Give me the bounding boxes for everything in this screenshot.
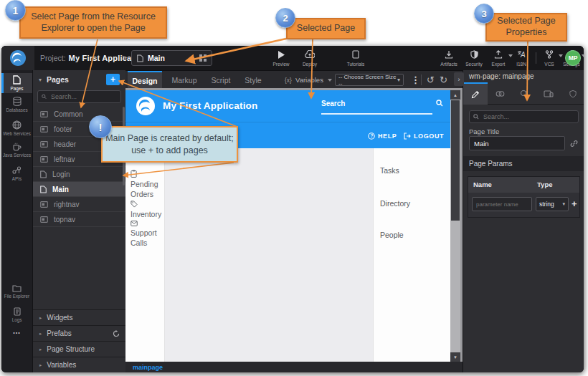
topbar-separator	[536, 52, 536, 64]
collapse-panel-button[interactable]: ›	[454, 72, 464, 86]
param-type-select[interactable]: string ▾	[536, 197, 569, 211]
accordion-variables[interactable]: ▸ Variables	[33, 357, 125, 372]
tutorials-button[interactable]: Tutorials	[341, 48, 371, 68]
wavemaker-logo[interactable]	[1, 46, 34, 70]
tab-properties[interactable]	[463, 82, 488, 105]
logout-link[interactable]: LOGOUT	[404, 122, 444, 149]
screen-size-caret-icon: ▾	[397, 77, 400, 83]
tab-markup[interactable]: Markup	[167, 71, 201, 89]
tab-style[interactable]: Style	[239, 71, 267, 89]
screen-size-select[interactable]: -- Choose Screen Size -- ▾	[335, 74, 404, 86]
menu-item-support-calls[interactable]: Support Calls	[131, 218, 162, 248]
scrollbar-thumb[interactable]	[451, 100, 460, 221]
properties-panel: wm-page: mainpage	[463, 70, 584, 372]
clipboard-icon	[131, 170, 137, 178]
rail-item-apis[interactable]: APIs	[1, 163, 32, 183]
tutorials-label: Tutorials	[347, 62, 365, 67]
open-page-tab[interactable]: Main	[131, 50, 212, 66]
rail-item-logs[interactable]: Logs	[1, 304, 32, 324]
tab-design[interactable]: Design	[128, 71, 162, 89]
status-tab-mainpage[interactable]: mainpage	[133, 364, 163, 371]
accordion-page-structure[interactable]: ▸ Page Structure	[33, 341, 125, 357]
properties-search[interactable]	[469, 110, 579, 123]
step-badge-2: 2	[275, 8, 295, 28]
i18n-button[interactable]: A I18N	[509, 48, 534, 68]
page-item-rightnav[interactable]: rightnav	[33, 197, 125, 212]
page-item-topnav[interactable]: topnav	[33, 212, 125, 227]
properties-tabs	[463, 82, 584, 105]
expand-icon: ▸	[39, 315, 42, 321]
refresh-icon[interactable]	[113, 330, 120, 337]
rail-item-file-explorer[interactable]: File Explorer	[1, 279, 32, 304]
rail-item-pages[interactable]: Pages	[1, 73, 32, 93]
menu-item-tasks[interactable]: Tasks	[380, 166, 399, 175]
deploy-button[interactable]: Deploy	[295, 48, 325, 68]
page-title-input[interactable]	[469, 136, 565, 150]
app-header: My First Application Search	[125, 90, 450, 122]
app-logo-icon	[136, 96, 156, 116]
tab-security[interactable]	[561, 82, 584, 105]
export-label: Export	[492, 62, 506, 67]
security-button[interactable]: Security	[461, 48, 487, 68]
search-icon	[42, 94, 47, 100]
param-name-input[interactable]	[472, 197, 532, 211]
rail-item-databases[interactable]: Databases	[1, 95, 32, 114]
accordion-prefabs[interactable]: ▸ Prefabs	[33, 325, 125, 341]
more-options-icon[interactable]: ⋮	[411, 71, 420, 89]
rail-item-java-services[interactable]: Java Services	[1, 138, 32, 162]
menu-item-directory[interactable]: Directory	[380, 199, 410, 208]
tab-bindings[interactable]	[488, 82, 512, 105]
scroll-up-icon[interactable]: ▲	[450, 90, 460, 100]
security-label: Security	[465, 62, 482, 67]
accordion-widgets[interactable]: ▸ Widgets	[33, 309, 125, 325]
tab-devices[interactable]	[536, 82, 561, 105]
bind-link-icon[interactable]	[570, 140, 578, 148]
vcs-branch-icon	[545, 49, 554, 59]
logs-icon	[14, 307, 21, 316]
export-button[interactable]: Export	[485, 48, 511, 68]
rail-more-icon[interactable]: •••	[1, 328, 32, 337]
artifacts-label: Artifacts	[440, 62, 457, 67]
rail-item-web-services[interactable]: Web Services	[1, 116, 32, 140]
rings-icon	[495, 90, 505, 97]
pages-search[interactable]	[37, 90, 121, 103]
vcs-label: VCS	[544, 62, 554, 67]
design-toolbar: Design Markup Script Style {x} Variables…	[125, 70, 463, 88]
user-avatar[interactable]: MP	[565, 50, 581, 66]
note-callout: Main Page is created by default; use + t…	[101, 126, 238, 163]
page-item-login[interactable]: Login	[33, 167, 125, 182]
add-page-button[interactable]: +	[106, 74, 120, 85]
app-search-icon[interactable]	[436, 100, 443, 107]
menu-item-people[interactable]: People	[380, 231, 404, 239]
preview-button[interactable]: Preview	[266, 48, 296, 68]
settings-caret-icon	[582, 54, 584, 57]
undo-icon[interactable]: ↺	[427, 71, 435, 89]
pages-search-input[interactable]	[49, 92, 117, 101]
i18n-translate-icon: A	[517, 49, 526, 59]
artifacts-button[interactable]: Artifacts	[435, 48, 463, 68]
tab-seo[interactable]	[512, 82, 536, 105]
page-params-header[interactable]: Page Params	[463, 156, 584, 171]
vcs-button[interactable]: VCS	[538, 48, 561, 68]
svg-text:?: ?	[370, 133, 374, 138]
pages-grid-icon[interactable]	[199, 54, 207, 62]
scroll-down-icon[interactable]: ▼	[450, 352, 460, 362]
add-param-button[interactable]: +	[572, 198, 577, 209]
help-link[interactable]: ? HELP	[368, 122, 397, 149]
properties-search-input[interactable]	[482, 112, 549, 121]
page-item-common[interactable]: Common	[33, 107, 125, 122]
screen-size-value: -- Choose Screen Size --	[338, 74, 397, 87]
redo-icon[interactable]: ↻	[440, 71, 447, 89]
tab-script[interactable]: Script	[206, 71, 236, 89]
pencil-icon	[471, 90, 480, 99]
page-content-area[interactable]	[165, 148, 373, 362]
variables-menu[interactable]: Variables	[295, 71, 323, 89]
api-icon	[12, 166, 22, 175]
app-search-placeholder[interactable]: Search	[321, 100, 345, 107]
menu-item-inventory[interactable]: Inventory	[131, 199, 162, 219]
page-params-table: Name Type string ▾ +	[468, 176, 580, 218]
menu-item-pending-orders[interactable]: Pending Orders	[131, 169, 162, 199]
database-icon	[13, 97, 22, 106]
page-item-main[interactable]: Main	[33, 182, 125, 197]
canvas-scrollbar[interactable]: ▲ ▼	[450, 90, 460, 362]
